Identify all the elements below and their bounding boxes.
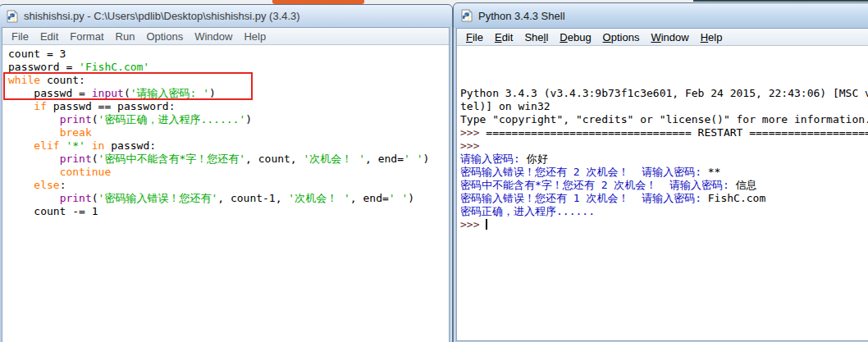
menu-item-debug[interactable]: Debug: [554, 31, 596, 43]
menu-item-options[interactable]: Options: [140, 30, 189, 43]
menu-item-window[interactable]: Window: [189, 30, 238, 43]
menu-item-help[interactable]: Help: [238, 30, 272, 43]
code-line: if passwd == password:: [8, 100, 449, 113]
shell-line: Type "copyright", "credits" or "license(…: [460, 113, 868, 126]
shell-line: 密码中不能含有*字！您还有 2 次机会！ 请输入密码: 信息: [460, 179, 868, 192]
code-line: passwd = input('请输入密码: '): [8, 87, 449, 100]
shell-line: Python 3.4.3 (v3.4.3:9b73f1c3e601, Feb 2…: [460, 87, 868, 100]
shell-window-title: Python 3.4.3 Shell: [478, 10, 565, 22]
menu-item-file[interactable]: File: [6, 30, 34, 43]
code-line: count = 3: [8, 48, 449, 61]
shell-line: 请输入密码: 你好: [460, 153, 868, 166]
code-line: print('密码输入错误！您还有', count-1, '次机会！ ', en…: [8, 192, 449, 205]
menu-item-options[interactable]: Options: [597, 31, 646, 43]
menu-item-file[interactable]: File: [460, 31, 489, 43]
code-editor[interactable]: count = 3password = 'FishC.com'while cou…: [2, 45, 449, 342]
code-line: print('密码中不能含有*字！您还有', count, '次机会！ ', e…: [8, 153, 449, 166]
shell-line: >>>: [460, 218, 868, 231]
menu-item-format[interactable]: Format: [64, 30, 109, 43]
shell-line: 密码输入错误！您还有 1 次机会！ 请输入密码: FishC.com: [460, 192, 868, 205]
shell-line: 密码输入错误！您还有 2 次机会！ 请输入密码: **: [460, 166, 868, 179]
editor-window: shishishsi.py - C:\Users\pdlib\Desktop\s…: [0, 4, 453, 342]
shell-line: >>>: [460, 139, 868, 153]
shell-line: >>> ================================ RES…: [460, 126, 868, 139]
code-line: elif '*' in passwd:: [8, 139, 449, 153]
code-line: password = 'FishC.com': [8, 61, 449, 74]
desktop: { "editor": { "title": "shishishsi.py - …: [0, 0, 868, 342]
code-line: else:: [8, 179, 449, 192]
shell-window: Python 3.4.3 Shell FileEditShellDebugOpt…: [453, 2, 868, 342]
shell-line: tel)] on win32: [460, 100, 868, 113]
editor-menubar: FileEditFormatRunOptionsWindowHelp: [2, 28, 449, 45]
code-line: count -= 1: [8, 205, 449, 218]
code-line: break: [8, 126, 449, 139]
code-line: while count:: [8, 74, 449, 87]
python-file-icon[interactable]: [460, 9, 473, 22]
menu-item-help[interactable]: Help: [695, 31, 729, 43]
editor-window-title: shishishsi.py - C:\Users\pdlib\Desktop\s…: [24, 10, 300, 22]
shell-titlebar[interactable]: Python 3.4.3 Shell: [454, 3, 868, 28]
menu-item-run[interactable]: Run: [110, 30, 141, 43]
text-cursor: [486, 219, 487, 230]
menu-item-edit[interactable]: Edit: [34, 30, 64, 43]
shell-text-area[interactable]: Python 3.4.3 (v3.4.3:9b73f1c3e601, Feb 2…: [457, 46, 868, 340]
code-line: print('密码正确，进入程序......'): [8, 113, 449, 126]
editor-titlebar[interactable]: shishishsi.py - C:\Users\pdlib\Desktop\s…: [0, 5, 452, 27]
menu-item-edit[interactable]: Edit: [489, 31, 519, 43]
python-file-icon[interactable]: [6, 10, 19, 23]
shell-line: 密码正确，进入程序......: [460, 205, 868, 218]
menu-item-shell[interactable]: Shell: [519, 31, 554, 43]
background-window-edge: [693, 0, 868, 2]
code-line: continue: [8, 166, 449, 179]
shell-menubar: FileEditShellDebugOptionsWindowHelp: [457, 29, 868, 46]
menu-item-window[interactable]: Window: [645, 31, 694, 43]
